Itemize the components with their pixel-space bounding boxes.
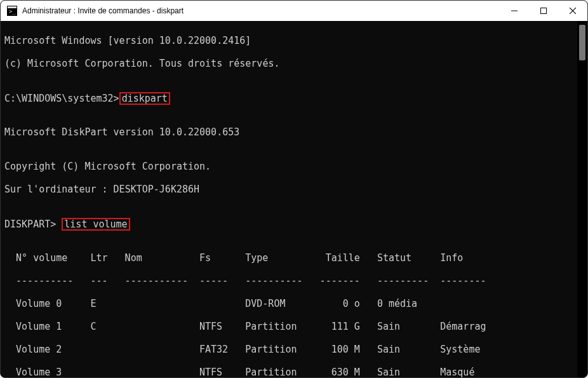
cmd-icon: >_ — [7, 6, 17, 16]
copyright-line: (c) Microsoft Corporation. Tous droits r… — [4, 58, 573, 69]
scrollbar-thumb[interactable] — [579, 25, 585, 60]
diskpart-prompt: DISKPART> — [4, 219, 62, 230]
minimize-button[interactable] — [500, 1, 529, 21]
maximize-button[interactable] — [529, 1, 558, 21]
prompt-diskpart: C:\WINDOWS\system32>diskpart — [4, 92, 573, 104]
cmd-diskpart: diskpart — [119, 92, 170, 105]
titlebar[interactable]: >_ Administrateur : Invite de commandes … — [1, 1, 587, 21]
table-header: N° volumeLtrNomFsTypeTailleStatutInfo — [4, 252, 573, 264]
terminal-output[interactable]: Microsoft Windows [version 10.0.22000.24… — [1, 21, 577, 378]
window-title: Administrateur : Invite de commandes - d… — [22, 6, 500, 15]
svg-rect-4 — [541, 8, 547, 14]
svg-text:>_: >_ — [9, 8, 16, 15]
prompt-path: C:\WINDOWS\system32> — [4, 93, 119, 104]
diskpart-copyright: Copyright (C) Microsoft Corporation. — [4, 161, 573, 172]
table-row: Volume 0EDVD-ROM0 o0 média — [4, 298, 573, 309]
diskpart-computer: Sur l'ordinateur : DESKTOP-J6K286H — [4, 184, 573, 195]
table-separator: ----------------------------------------… — [4, 275, 573, 287]
window-controls — [500, 1, 587, 21]
table-row: Volume 1CNTFSPartition111 GSainDémarrag — [4, 321, 573, 332]
vertical-scrollbar[interactable] — [577, 21, 587, 378]
prompt-list-volume: DISKPART> list volume — [4, 218, 573, 229]
os-version-line: Microsoft Windows [version 10.0.22000.24… — [4, 35, 573, 46]
close-button[interactable] — [558, 1, 587, 21]
diskpart-version: Microsoft DiskPart version 10.0.22000.65… — [4, 126, 573, 138]
table-row: Volume 2FAT32Partition100 MSainSystème — [4, 344, 573, 355]
command-prompt-window: >_ Administrateur : Invite de commandes … — [0, 0, 588, 378]
cmd-list-volume: list volume — [62, 218, 130, 231]
table-row: Volume 3NTFSPartition630 MSainMasqué — [4, 367, 573, 378]
terminal-area: Microsoft Windows [version 10.0.22000.24… — [1, 21, 587, 378]
